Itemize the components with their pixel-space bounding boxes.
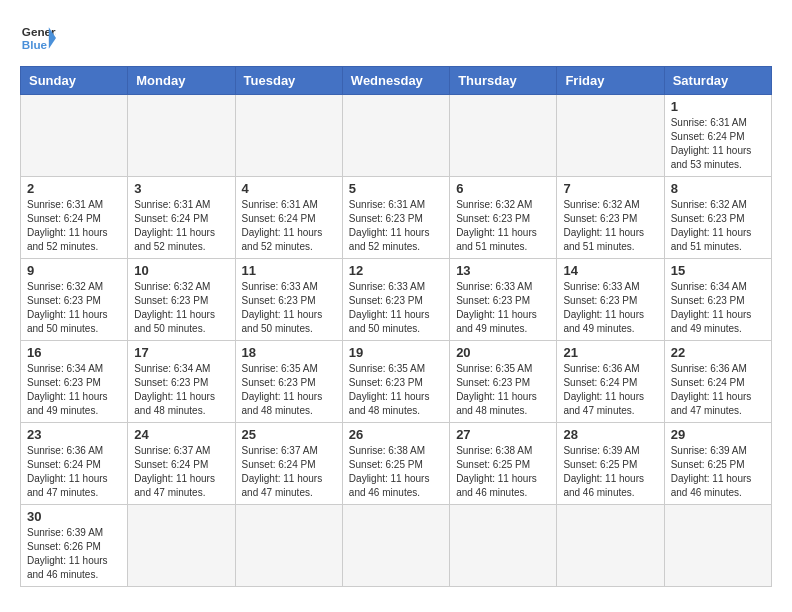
calendar-week-row: 16Sunrise: 6:34 AM Sunset: 6:23 PM Dayli… [21, 341, 772, 423]
logo: General Blue [20, 20, 56, 56]
weekday-header-thursday: Thursday [450, 67, 557, 95]
day-number: 25 [242, 427, 336, 442]
calendar-day-cell [342, 505, 449, 587]
day-number: 7 [563, 181, 657, 196]
day-number: 27 [456, 427, 550, 442]
calendar-day-cell [21, 95, 128, 177]
weekday-header-sunday: Sunday [21, 67, 128, 95]
calendar-day-cell: 10Sunrise: 6:32 AM Sunset: 6:23 PM Dayli… [128, 259, 235, 341]
calendar-day-cell: 19Sunrise: 6:35 AM Sunset: 6:23 PM Dayli… [342, 341, 449, 423]
calendar-day-cell: 21Sunrise: 6:36 AM Sunset: 6:24 PM Dayli… [557, 341, 664, 423]
day-number: 6 [456, 181, 550, 196]
weekday-header-tuesday: Tuesday [235, 67, 342, 95]
day-info: Sunrise: 6:35 AM Sunset: 6:23 PM Dayligh… [456, 362, 550, 418]
calendar-day-cell: 15Sunrise: 6:34 AM Sunset: 6:23 PM Dayli… [664, 259, 771, 341]
day-number: 13 [456, 263, 550, 278]
day-info: Sunrise: 6:37 AM Sunset: 6:24 PM Dayligh… [134, 444, 228, 500]
day-info: Sunrise: 6:33 AM Sunset: 6:23 PM Dayligh… [242, 280, 336, 336]
calendar-day-cell: 24Sunrise: 6:37 AM Sunset: 6:24 PM Dayli… [128, 423, 235, 505]
calendar-day-cell: 3Sunrise: 6:31 AM Sunset: 6:24 PM Daylig… [128, 177, 235, 259]
day-number: 11 [242, 263, 336, 278]
day-info: Sunrise: 6:33 AM Sunset: 6:23 PM Dayligh… [349, 280, 443, 336]
calendar-day-cell: 5Sunrise: 6:31 AM Sunset: 6:23 PM Daylig… [342, 177, 449, 259]
calendar-day-cell: 28Sunrise: 6:39 AM Sunset: 6:25 PM Dayli… [557, 423, 664, 505]
calendar-day-cell [128, 95, 235, 177]
calendar-day-cell: 27Sunrise: 6:38 AM Sunset: 6:25 PM Dayli… [450, 423, 557, 505]
day-info: Sunrise: 6:36 AM Sunset: 6:24 PM Dayligh… [27, 444, 121, 500]
day-number: 3 [134, 181, 228, 196]
calendar-week-row: 30Sunrise: 6:39 AM Sunset: 6:26 PM Dayli… [21, 505, 772, 587]
day-info: Sunrise: 6:33 AM Sunset: 6:23 PM Dayligh… [563, 280, 657, 336]
day-number: 20 [456, 345, 550, 360]
calendar-day-cell: 16Sunrise: 6:34 AM Sunset: 6:23 PM Dayli… [21, 341, 128, 423]
calendar-day-cell [128, 505, 235, 587]
day-info: Sunrise: 6:31 AM Sunset: 6:24 PM Dayligh… [242, 198, 336, 254]
day-info: Sunrise: 6:36 AM Sunset: 6:24 PM Dayligh… [671, 362, 765, 418]
day-number: 14 [563, 263, 657, 278]
calendar-day-cell: 17Sunrise: 6:34 AM Sunset: 6:23 PM Dayli… [128, 341, 235, 423]
day-number: 8 [671, 181, 765, 196]
day-info: Sunrise: 6:36 AM Sunset: 6:24 PM Dayligh… [563, 362, 657, 418]
day-number: 16 [27, 345, 121, 360]
calendar-day-cell [235, 505, 342, 587]
day-info: Sunrise: 6:39 AM Sunset: 6:26 PM Dayligh… [27, 526, 121, 582]
day-number: 2 [27, 181, 121, 196]
calendar-day-cell: 14Sunrise: 6:33 AM Sunset: 6:23 PM Dayli… [557, 259, 664, 341]
calendar-day-cell: 13Sunrise: 6:33 AM Sunset: 6:23 PM Dayli… [450, 259, 557, 341]
weekday-header-row: SundayMondayTuesdayWednesdayThursdayFrid… [21, 67, 772, 95]
calendar-day-cell: 26Sunrise: 6:38 AM Sunset: 6:25 PM Dayli… [342, 423, 449, 505]
day-info: Sunrise: 6:31 AM Sunset: 6:24 PM Dayligh… [134, 198, 228, 254]
day-info: Sunrise: 6:39 AM Sunset: 6:25 PM Dayligh… [671, 444, 765, 500]
calendar-day-cell: 8Sunrise: 6:32 AM Sunset: 6:23 PM Daylig… [664, 177, 771, 259]
day-info: Sunrise: 6:32 AM Sunset: 6:23 PM Dayligh… [456, 198, 550, 254]
calendar-day-cell: 20Sunrise: 6:35 AM Sunset: 6:23 PM Dayli… [450, 341, 557, 423]
day-number: 28 [563, 427, 657, 442]
calendar-day-cell: 22Sunrise: 6:36 AM Sunset: 6:24 PM Dayli… [664, 341, 771, 423]
weekday-header-monday: Monday [128, 67, 235, 95]
calendar-day-cell: 7Sunrise: 6:32 AM Sunset: 6:23 PM Daylig… [557, 177, 664, 259]
day-info: Sunrise: 6:34 AM Sunset: 6:23 PM Dayligh… [671, 280, 765, 336]
calendar-table: SundayMondayTuesdayWednesdayThursdayFrid… [20, 66, 772, 587]
calendar-day-cell: 25Sunrise: 6:37 AM Sunset: 6:24 PM Dayli… [235, 423, 342, 505]
day-info: Sunrise: 6:31 AM Sunset: 6:23 PM Dayligh… [349, 198, 443, 254]
calendar-day-cell: 23Sunrise: 6:36 AM Sunset: 6:24 PM Dayli… [21, 423, 128, 505]
calendar-day-cell: 1Sunrise: 6:31 AM Sunset: 6:24 PM Daylig… [664, 95, 771, 177]
day-number: 22 [671, 345, 765, 360]
day-number: 5 [349, 181, 443, 196]
day-number: 19 [349, 345, 443, 360]
calendar-day-cell: 30Sunrise: 6:39 AM Sunset: 6:26 PM Dayli… [21, 505, 128, 587]
calendar-day-cell: 9Sunrise: 6:32 AM Sunset: 6:23 PM Daylig… [21, 259, 128, 341]
calendar-day-cell [342, 95, 449, 177]
logo-icon: General Blue [20, 20, 56, 56]
svg-text:Blue: Blue [22, 38, 48, 51]
day-info: Sunrise: 6:34 AM Sunset: 6:23 PM Dayligh… [134, 362, 228, 418]
day-number: 4 [242, 181, 336, 196]
calendar-week-row: 23Sunrise: 6:36 AM Sunset: 6:24 PM Dayli… [21, 423, 772, 505]
calendar-day-cell: 29Sunrise: 6:39 AM Sunset: 6:25 PM Dayli… [664, 423, 771, 505]
day-number: 1 [671, 99, 765, 114]
day-info: Sunrise: 6:34 AM Sunset: 6:23 PM Dayligh… [27, 362, 121, 418]
day-number: 23 [27, 427, 121, 442]
day-number: 17 [134, 345, 228, 360]
day-info: Sunrise: 6:32 AM Sunset: 6:23 PM Dayligh… [27, 280, 121, 336]
calendar-day-cell [450, 505, 557, 587]
calendar-day-cell: 6Sunrise: 6:32 AM Sunset: 6:23 PM Daylig… [450, 177, 557, 259]
day-info: Sunrise: 6:38 AM Sunset: 6:25 PM Dayligh… [456, 444, 550, 500]
day-number: 12 [349, 263, 443, 278]
day-number: 10 [134, 263, 228, 278]
weekday-header-friday: Friday [557, 67, 664, 95]
calendar-day-cell: 12Sunrise: 6:33 AM Sunset: 6:23 PM Dayli… [342, 259, 449, 341]
calendar-day-cell [557, 505, 664, 587]
day-info: Sunrise: 6:32 AM Sunset: 6:23 PM Dayligh… [134, 280, 228, 336]
calendar-week-row: 1Sunrise: 6:31 AM Sunset: 6:24 PM Daylig… [21, 95, 772, 177]
day-info: Sunrise: 6:38 AM Sunset: 6:25 PM Dayligh… [349, 444, 443, 500]
day-number: 9 [27, 263, 121, 278]
day-info: Sunrise: 6:31 AM Sunset: 6:24 PM Dayligh… [671, 116, 765, 172]
weekday-header-wednesday: Wednesday [342, 67, 449, 95]
calendar-day-cell: 4Sunrise: 6:31 AM Sunset: 6:24 PM Daylig… [235, 177, 342, 259]
calendar-day-cell: 2Sunrise: 6:31 AM Sunset: 6:24 PM Daylig… [21, 177, 128, 259]
day-info: Sunrise: 6:32 AM Sunset: 6:23 PM Dayligh… [671, 198, 765, 254]
page-header: General Blue [20, 20, 772, 56]
calendar-week-row: 2Sunrise: 6:31 AM Sunset: 6:24 PM Daylig… [21, 177, 772, 259]
calendar-day-cell: 11Sunrise: 6:33 AM Sunset: 6:23 PM Dayli… [235, 259, 342, 341]
